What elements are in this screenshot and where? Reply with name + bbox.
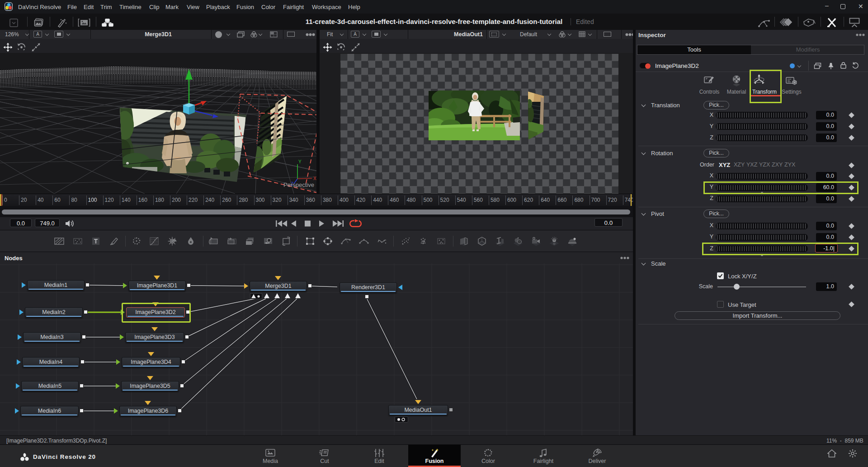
svg-text:X: X [313,176,316,181]
svg-text:Perspective: Perspective [283,181,314,188]
svg-text:Y: Y [298,159,302,164]
